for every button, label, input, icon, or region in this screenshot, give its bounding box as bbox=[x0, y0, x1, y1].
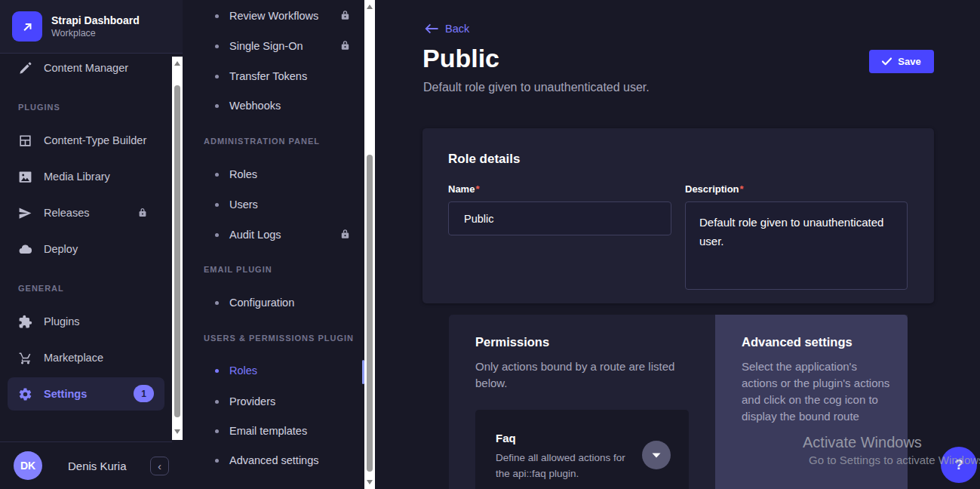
chevron-left-icon: ‹ bbox=[158, 460, 161, 472]
required-asterisk: * bbox=[740, 183, 744, 195]
scrollbar-thumb[interactable] bbox=[174, 85, 180, 417]
bullet-icon bbox=[215, 459, 219, 463]
bullet-icon bbox=[215, 369, 219, 373]
settings-nav-item-users[interactable]: Users bbox=[183, 191, 364, 218]
required-asterisk: * bbox=[475, 183, 479, 195]
help-button[interactable]: ? bbox=[941, 447, 977, 483]
settings-section-users-permissions-plugin: USERS & PERMISSIONS PLUGIN bbox=[204, 334, 354, 343]
settings-nav-label: Advanced settings bbox=[229, 454, 319, 466]
save-button[interactable]: Save bbox=[869, 50, 934, 73]
cart-icon bbox=[18, 351, 32, 365]
question-mark-icon: ? bbox=[954, 457, 963, 473]
strapi-logo-icon bbox=[12, 11, 42, 42]
bullet-icon bbox=[215, 75, 219, 78]
scroll-down-arrow-icon[interactable] bbox=[174, 429, 180, 434]
role-details-heading: Role details bbox=[448, 152, 520, 167]
collapse-sidebar-button[interactable]: ‹ bbox=[150, 457, 169, 475]
advanced-settings-text: Select the application's actions or the … bbox=[742, 358, 891, 425]
sidebar-item-plugins[interactable]: Plugins bbox=[0, 305, 172, 338]
settings-nav-label: Audit Logs bbox=[229, 229, 281, 241]
settings-nav-item-advanced-settings[interactable]: Advanced settings bbox=[183, 447, 364, 474]
sidebar-item-content-type-builder[interactable]: Content-Type Builder bbox=[0, 124, 172, 157]
faq-title: Faq bbox=[496, 432, 516, 444]
bullet-icon bbox=[215, 301, 219, 305]
settings-nav-item-webhooks[interactable]: Webhooks bbox=[183, 92, 364, 119]
settings-nav-label: Roles bbox=[229, 364, 257, 377]
sidebar-item-label: Content Manager bbox=[44, 62, 128, 74]
workspace-header[interactable]: Strapi Dashboard Workplace bbox=[0, 0, 183, 54]
main-sidebar: Strapi Dashboard Workplace Content Manag… bbox=[0, 0, 183, 489]
sidebar-item-deploy[interactable]: Deploy bbox=[0, 232, 172, 266]
bullet-icon bbox=[215, 14, 219, 18]
description-label: Description* bbox=[685, 183, 744, 195]
lock-icon bbox=[339, 228, 351, 240]
faq-accordion[interactable]: Faq Define all allowed actions for the a… bbox=[475, 410, 689, 489]
sidebar-item-label: Marketplace bbox=[44, 352, 103, 364]
sidebar-item-label: Deploy bbox=[44, 243, 78, 255]
name-input[interactable] bbox=[448, 201, 671, 235]
sidebar-item-settings[interactable]: Settings 1 bbox=[8, 377, 164, 411]
gear-icon bbox=[18, 387, 32, 401]
bullet-icon bbox=[215, 45, 219, 48]
pencil-icon bbox=[18, 61, 32, 75]
settings-nav-item-single-sign-on[interactable]: Single Sign-On bbox=[183, 32, 364, 60]
settings-nav-item-transfer-tokens[interactable]: Transfer Tokens bbox=[183, 63, 364, 90]
app-title: Strapi Dashboard bbox=[51, 14, 140, 27]
bullet-icon bbox=[215, 429, 219, 433]
bullet-icon bbox=[215, 233, 219, 237]
settings-nav-item-audit-logs[interactable]: Audit Logs bbox=[183, 221, 364, 248]
sidebar-section-general: GENERAL bbox=[18, 284, 64, 293]
sidebar-item-label: Settings bbox=[44, 388, 87, 400]
settings-nav-item-email-templates[interactable]: Email templates bbox=[183, 417, 364, 444]
bullet-icon bbox=[215, 400, 219, 404]
check-icon bbox=[882, 57, 892, 66]
faq-expand-button[interactable] bbox=[642, 441, 671, 469]
settings-nav-item-configuration[interactable]: Configuration bbox=[183, 289, 364, 316]
sidebar-item-releases[interactable]: Releases bbox=[0, 196, 172, 229]
sidebar-item-marketplace[interactable]: Marketplace bbox=[0, 341, 172, 374]
scrollbar-thumb[interactable] bbox=[367, 155, 373, 472]
settings-nav-item-providers[interactable]: Providers bbox=[183, 388, 364, 415]
back-link[interactable]: Back bbox=[425, 23, 469, 35]
sidebar-item-media-library[interactable]: Media Library bbox=[0, 160, 172, 193]
caret-down-icon bbox=[651, 451, 662, 459]
permissions-heading: Permissions bbox=[475, 335, 549, 349]
settings-nav-label: Single Sign-On bbox=[229, 40, 303, 52]
settings-nav-item-up-roles[interactable]: Roles bbox=[183, 357, 364, 384]
page-subtitle: Default role given to unauthenticated us… bbox=[423, 81, 650, 94]
role-details-card: Role details Name* Description* Default … bbox=[422, 128, 934, 303]
scroll-down-arrow-icon[interactable] bbox=[367, 480, 373, 484]
description-field-group: Description* Default role given to unaut… bbox=[685, 182, 908, 293]
user-name: Denis Kuria bbox=[68, 460, 127, 472]
page-title: Public bbox=[422, 44, 499, 73]
description-textarea[interactable]: Default role given to unauthenticated us… bbox=[685, 201, 908, 290]
settings-nav-label: Transfer Tokens bbox=[229, 70, 307, 82]
sidebar-item-label: Releases bbox=[44, 207, 89, 219]
sidebar-scrollbar[interactable] bbox=[172, 57, 183, 440]
settings-subnav: Review Workflows Single Sign-On Transfer… bbox=[183, 0, 364, 489]
sidebar-item-label: Plugins bbox=[44, 315, 80, 328]
back-label: Back bbox=[445, 23, 469, 35]
permissions-note: Only actions bound by a route are listed… bbox=[475, 358, 694, 392]
bullet-icon bbox=[215, 173, 219, 177]
lock-icon bbox=[137, 207, 148, 218]
settings-section-email-plugin: EMAIL PLUGIN bbox=[204, 265, 272, 274]
settings-nav-label: Email templates bbox=[229, 425, 307, 437]
settings-nav-label: Configuration bbox=[229, 297, 294, 309]
settings-nav-item-admin-roles[interactable]: Roles bbox=[183, 161, 364, 188]
scroll-up-arrow-icon[interactable] bbox=[174, 61, 180, 66]
notification-badge: 1 bbox=[134, 385, 154, 402]
puzzle-icon bbox=[18, 315, 32, 329]
paper-plane-icon bbox=[18, 206, 32, 220]
bullet-icon bbox=[215, 104, 219, 108]
sidebar-item-content-manager[interactable]: Content Manager bbox=[0, 51, 172, 85]
user-avatar[interactable]: DK bbox=[14, 451, 42, 480]
settings-section-administration-panel: ADMINISTRATION PANEL bbox=[204, 137, 320, 146]
lock-icon bbox=[339, 39, 351, 51]
advanced-settings-heading: Advanced settings bbox=[742, 335, 853, 349]
workspace-name: Workplace bbox=[51, 27, 140, 39]
subnav-scrollbar[interactable] bbox=[364, 0, 375, 489]
scroll-up-arrow-icon[interactable] bbox=[367, 5, 373, 9]
settings-nav-item-review-workflows[interactable]: Review Workflows bbox=[183, 2, 364, 29]
workspace-titles: Strapi Dashboard Workplace bbox=[51, 14, 140, 39]
